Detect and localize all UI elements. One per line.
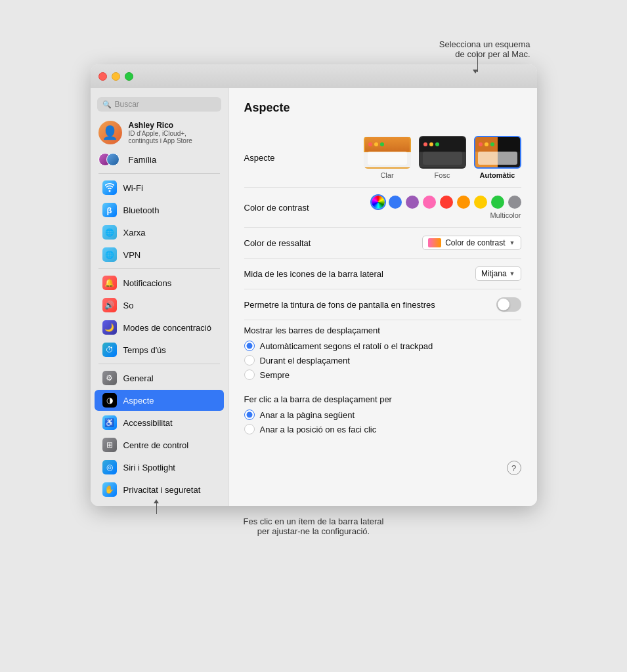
- swatch-blue[interactable]: [389, 196, 402, 209]
- maximize-button[interactable]: [125, 72, 133, 81]
- appearance-thumb-light: [364, 136, 411, 169]
- accent-sublabel: Multicolor: [490, 211, 521, 219]
- click-radio-nextpage[interactable]: [244, 410, 255, 420]
- sidebar-label-screentime: Temps d'ús: [123, 345, 166, 355]
- wallpaper-label: Permetre la tintura de fons de pantalla …: [244, 300, 435, 310]
- scrollbar-option-scroll[interactable]: Durant el desplaçament: [244, 355, 521, 366]
- swatch-red[interactable]: [440, 196, 453, 209]
- appearance-name-light: Clar: [380, 171, 393, 179]
- sidebar-item-general[interactable]: ⚙ General: [95, 368, 224, 388]
- appearance-setting-row: Aspecte Clar: [244, 128, 521, 188]
- highlight-color-preview: [428, 238, 441, 247]
- search-icon: 🔍: [102, 100, 112, 109]
- annotation-bottom: Fes clic en un ítem de la barra lateral …: [91, 516, 537, 536]
- search-box[interactable]: 🔍 Buscar: [97, 97, 221, 112]
- sidebar-label-sound: So: [123, 301, 134, 310]
- scrollbar-radio-auto[interactable]: [244, 341, 255, 351]
- click-section-title: Fer clic a la barra de desplaçament per: [244, 394, 521, 404]
- focus-icon: 🌙: [102, 320, 117, 335]
- sidebar-item-focus[interactable]: 🌙 Modes de concentració: [95, 317, 224, 338]
- close-button[interactable]: [98, 72, 107, 81]
- privacy-icon: ✋: [102, 482, 117, 497]
- appearance-option-dark[interactable]: Fosc: [419, 136, 466, 179]
- sidebar-item-vpn[interactable]: 🌐 VPN: [95, 244, 224, 265]
- control-center-icon: ⊞: [102, 438, 117, 452]
- scrollbar-option-auto[interactable]: Automàticament segons el ratolí o el tra…: [244, 341, 521, 351]
- sidebar-item-notifications[interactable]: 🔔 Notificacions: [95, 272, 224, 293]
- appearance-name-dark: Fosc: [435, 171, 450, 179]
- screentime-icon: ⏱: [102, 343, 117, 357]
- swatch-pink[interactable]: [423, 196, 436, 209]
- chevron-down-icon: ▼: [509, 240, 515, 246]
- sound-icon: 🔊: [102, 298, 117, 312]
- sidebar-item-wifi[interactable]: Wi-Fi: [95, 177, 224, 198]
- wallpaper-toggle[interactable]: [496, 297, 521, 312]
- swatch-multicolor[interactable]: [372, 196, 385, 209]
- scrollbar-label-auto: Automàticament segons el ratolí o el tra…: [260, 341, 433, 351]
- sidebar-label-siri: Siri i Spotlight: [123, 463, 175, 472]
- sidebar-item-bluetooth[interactable]: β Bluetooth: [95, 200, 224, 220]
- swatch-green[interactable]: [491, 196, 504, 209]
- scrollbar-option-always[interactable]: Sempre: [244, 369, 521, 380]
- user-section[interactable]: 👤 Ashley Rico ID d'Apple, iCloud+,contin…: [91, 117, 228, 148]
- sidebar-item-family[interactable]: Família: [91, 148, 228, 171]
- swatch-yellow[interactable]: [474, 196, 487, 209]
- minimize-button[interactable]: [112, 72, 120, 81]
- main-window: 🔍 Buscar 👤 Ashley Rico ID d'Apple, iClou…: [91, 64, 537, 506]
- sidebar-item-appearance[interactable]: ◑ Aspecte: [95, 390, 224, 411]
- scrollbar-group: Mostrar les barres de desplaçament Autom…: [244, 320, 521, 389]
- sidebar-label-accessibility: Accessibilitat: [123, 418, 173, 428]
- user-subtitle: ID d'Apple, iCloud+,continguts i App Sto…: [129, 130, 192, 144]
- appearance-label: Aspecte: [244, 153, 275, 163]
- sidebar-label-control-center: Centre de control: [123, 440, 189, 450]
- scrollbar-label-scroll: Durant el desplaçament: [260, 356, 350, 366]
- highlight-color-row: Color de ressaltat Color de contrast ▼: [244, 228, 521, 259]
- click-option-nextpage[interactable]: Anar a la pàgina següent: [244, 410, 521, 420]
- chevron-down-icon-2: ▼: [509, 270, 515, 277]
- scrollbar-radio-always[interactable]: [244, 369, 255, 380]
- window-body: 🔍 Buscar 👤 Ashley Rico ID d'Apple, iClou…: [91, 88, 537, 506]
- sidebar-item-siri[interactable]: ◎ Siri i Spotlight: [95, 457, 224, 478]
- sidebar-item-privacy[interactable]: ✋ Privacitat i seguretat: [95, 479, 224, 500]
- avatar: 👤: [98, 121, 122, 144]
- sidebar-label-vpn: VPN: [123, 250, 141, 260]
- sidebar-item-control-center[interactable]: ⊞ Centre de control: [95, 434, 224, 455]
- user-info: Ashley Rico ID d'Apple, iCloud+,contingu…: [129, 121, 192, 144]
- swatch-purple[interactable]: [406, 196, 419, 209]
- sidebar-item-sound[interactable]: 🔊 So: [95, 295, 224, 316]
- sidebar: 🔍 Buscar 👤 Ashley Rico ID d'Apple, iClou…: [91, 88, 228, 506]
- appearance-option-auto[interactable]: Automàtic: [474, 136, 521, 179]
- swatch-gray[interactable]: [508, 196, 521, 209]
- section-title: Aspecte: [244, 101, 521, 115]
- click-label-nextpage: Anar a la pàgina següent: [260, 410, 355, 420]
- swatch-orange[interactable]: [457, 196, 470, 209]
- appearance-option-light[interactable]: Clar: [364, 136, 411, 179]
- siri-icon: ◎: [102, 460, 117, 474]
- sidebar-size-dropdown[interactable]: Mitjana ▼: [475, 266, 521, 281]
- click-group: Fer clic a la barra de desplaçament per …: [244, 389, 521, 444]
- sidebar-label-notifications: Notificacions: [123, 278, 172, 288]
- click-radio-clickpos[interactable]: [244, 424, 255, 434]
- user-name: Ashley Rico: [129, 121, 192, 130]
- scrollbar-label-always: Sempre: [260, 370, 290, 380]
- sidebar-item-screentime[interactable]: ⏱ Temps d'ús: [95, 339, 224, 360]
- highlight-value: Color de contrast: [445, 238, 505, 247]
- scrollbar-radio-scroll[interactable]: [244, 355, 255, 366]
- bluetooth-icon: β: [102, 203, 117, 217]
- appearance-thumb-dark: [419, 136, 466, 169]
- scrollbar-section-title: Mostrar les barres de desplaçament: [244, 326, 521, 335]
- sidebar-label-privacy: Privacitat i seguretat: [123, 485, 201, 495]
- sidebar-item-accessibility[interactable]: ♿ Accessibilitat: [95, 412, 224, 433]
- highlight-dropdown[interactable]: Color de contrast ▼: [422, 236, 521, 250]
- sidebar-item-network[interactable]: 🌐 Xarxa: [95, 222, 224, 243]
- help-button[interactable]: ?: [507, 461, 521, 475]
- family-label: Família: [129, 155, 157, 165]
- family-avatars: [98, 152, 122, 167]
- titlebar: [91, 64, 537, 88]
- sidebar-label-wifi: Wi-Fi: [123, 183, 143, 193]
- appearance-icon: ◑: [102, 393, 117, 408]
- click-option-clickpos[interactable]: Anar a la posició on es faci clic: [244, 424, 521, 434]
- network-icon: 🌐: [102, 225, 117, 240]
- accessibility-icon: ♿: [102, 415, 117, 430]
- appearance-thumb-auto: [474, 136, 521, 169]
